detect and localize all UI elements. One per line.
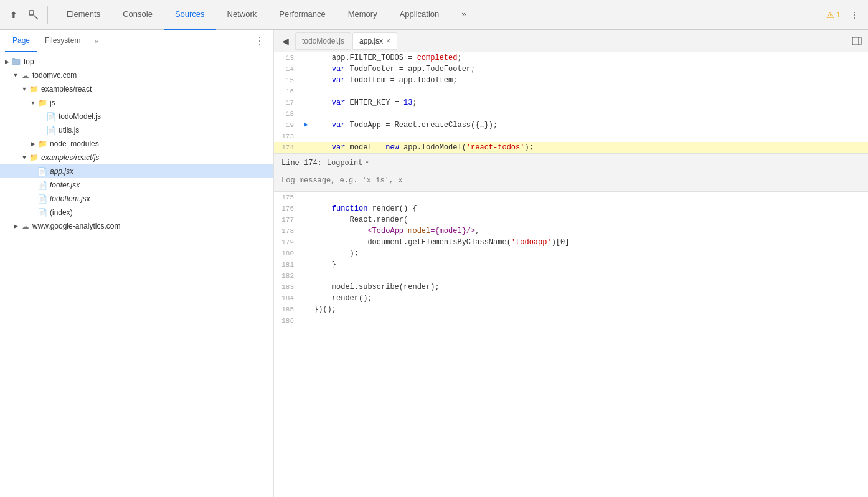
file-icon-todomodel: 📄	[46, 111, 56, 121]
tree-item-google-analytics[interactable]: ☁ www.google-analytics.com	[0, 219, 273, 233]
tab-console[interactable]: Console	[111, 0, 164, 30]
tree-arrow-todoitem-jsx	[29, 194, 37, 203]
code-lines: 13 app.FILTER_TODOS = completed; 14 var …	[274, 52, 868, 497]
code-line-173: 173	[274, 131, 868, 142]
sidebar-tab-bar: Page Filesystem » ⋮	[0, 30, 273, 52]
logpoint-input-row	[274, 173, 868, 191]
tree-label-examples-react-js: examples/react/js	[41, 153, 99, 162]
logpoint-message-input[interactable]	[281, 175, 861, 186]
logpoint-type-selector[interactable]: Logpoint ▾	[327, 158, 369, 169]
code-line-177: 177 React.render(	[274, 214, 868, 225]
tree-label-node-modules: node_modules	[50, 140, 99, 148]
tree-item-footer-jsx[interactable]: 📄 footer.jsx	[0, 178, 273, 192]
toolbar-tabs: Elements Console Sources Network Perform…	[55, 0, 826, 30]
code-tab-todomodel[interactable]: todoModel.js	[295, 32, 351, 50]
inspect-icon[interactable]	[25, 6, 42, 24]
svg-rect-2	[12, 59, 20, 65]
code-line-186: 186	[274, 315, 868, 326]
tab-elements[interactable]: Elements	[55, 0, 111, 30]
tree-arrow-node-modules	[29, 140, 37, 148]
tree-item-examples-react-js[interactable]: 📁 examples/react/js	[0, 151, 273, 164]
sidebar-toggle-button[interactable]	[848, 32, 866, 50]
tab-label-todomodel: todoModel.js	[302, 37, 344, 45]
tab-memory[interactable]: Memory	[337, 0, 389, 30]
logpoint-overlay: Line 174: Logpoint ▾	[274, 153, 868, 192]
tree-label-examples-react: examples/react	[41, 85, 92, 93]
tree-arrow-todomvc	[11, 71, 20, 80]
cloud-icon-google-analytics: ☁	[20, 221, 30, 231]
code-line-13: 13 app.FILTER_TODOS = completed;	[274, 52, 868, 64]
nav-back-button[interactable]: ◀	[276, 32, 294, 50]
tree-item-examples-react[interactable]: 📁 examples/react	[0, 82, 273, 96]
tree-arrow-footer-jsx	[29, 181, 37, 189]
code-line-15: 15 var TodoItem = app.TodoItem;	[274, 75, 868, 86]
tab-network[interactable]: Network	[216, 0, 268, 30]
tree-arrow-examples-react	[20, 85, 29, 93]
cloud-icon-todomvc: ☁	[20, 70, 30, 80]
tree-label-utils: utils.js	[59, 126, 79, 135]
code-area: ◀ todoModel.js app.jsx × 13	[274, 30, 868, 497]
sidebar-menu-button[interactable]: ⋮	[251, 34, 268, 48]
tree-label-todomodel: todoModel.js	[59, 112, 101, 121]
tab-application[interactable]: Application	[389, 0, 451, 30]
svg-rect-4	[852, 37, 861, 45]
code-tab-bar: ◀ todoModel.js app.jsx ×	[274, 30, 868, 52]
toolbar-right: ⚠ 1 ⋮	[826, 6, 863, 24]
code-line-17: 17 var ENTER_KEY = 13;	[274, 97, 868, 108]
tree-arrow-app-jsx	[29, 167, 37, 176]
warning-badge[interactable]: ⚠ 1	[826, 10, 841, 20]
tree-item-todomodel[interactable]: 📄 todoModel.js	[0, 110, 273, 123]
file-icon-footer-jsx: 📄	[37, 180, 47, 190]
cursor-icon[interactable]: ⬆	[5, 6, 22, 24]
tree-item-app-jsx[interactable]: 📄 app.jsx	[0, 164, 273, 178]
code-line-174: 174 var model = new app.TodoModel('react…	[274, 142, 868, 153]
tree-arrow-todomodel	[37, 112, 46, 121]
code-line-185: 185 })();	[274, 304, 868, 315]
tree-item-index[interactable]: 📄 (index)	[0, 206, 273, 219]
tree-item-node-modules[interactable]: 📁 node_modules	[0, 137, 273, 151]
tree-item-todoitem-jsx[interactable]: 📄 todoItem.jsx	[0, 192, 273, 206]
tree-label-footer-jsx: footer.jsx	[50, 181, 80, 189]
folder-icon-node-modules: 📁	[37, 139, 47, 149]
file-icon-app-jsx: 📄	[37, 166, 47, 176]
tree-arrow-index	[29, 208, 37, 217]
svg-rect-3	[12, 58, 15, 60]
folder-icon-examples-react-js: 📁	[29, 153, 39, 163]
tree-item-utils[interactable]: 📄 utils.js	[0, 123, 273, 137]
tab-performance[interactable]: Performance	[268, 0, 336, 30]
more-options-button[interactable]: ⋮	[846, 6, 863, 24]
code-line-19: 19 ▶ var TodoApp = React.createClass({…}…	[274, 120, 868, 131]
tab-more[interactable]: »	[450, 0, 477, 30]
code-line-179: 179 document.getElementsByClassName('tod…	[274, 237, 868, 248]
tree-label-google-analytics: www.google-analytics.com	[32, 222, 120, 230]
toolbar-divider	[47, 6, 48, 24]
tree-item-js[interactable]: 📁 js	[0, 96, 273, 110]
code-editor[interactable]: 13 app.FILTER_TODOS = completed; 14 var …	[274, 52, 868, 497]
folder-open-icon	[11, 57, 21, 67]
logpoint-type-label: Logpoint	[327, 158, 363, 169]
warning-icon: ⚠	[826, 10, 834, 20]
tree-label-top: top	[24, 57, 34, 66]
tree-label-todomvc: todomvc.com	[32, 71, 77, 80]
tab-sources[interactable]: Sources	[164, 0, 216, 30]
logpoint-line-label: Line 174:	[281, 158, 322, 169]
sidebar-tab-filesystem[interactable]: Filesystem	[37, 30, 88, 52]
tree-label-js: js	[50, 98, 55, 107]
main-layout: Page Filesystem » ⋮ top	[0, 30, 868, 497]
svg-line-1	[34, 16, 38, 19]
devtools-toolbar: ⬆ Elements Console Sources Network Perfo…	[0, 0, 868, 30]
tree-item-top[interactable]: top	[0, 55, 273, 69]
sidebar-tab-page[interactable]: Page	[5, 30, 37, 52]
tree-item-todomvc[interactable]: ☁ todomvc.com	[0, 69, 273, 82]
tab-label-app-jsx: app.jsx	[359, 37, 383, 45]
tree-label-index: (index)	[50, 208, 73, 217]
tree-arrow-top	[2, 57, 11, 66]
code-line-14: 14 var TodoFooter = app.TodoFooter;	[274, 64, 868, 75]
code-tab-app-jsx[interactable]: app.jsx ×	[352, 32, 397, 50]
code-line-183: 183 model.subscribe(render);	[274, 282, 868, 293]
sidebar-tab-more[interactable]: »	[90, 36, 101, 46]
tree-arrow-utils	[37, 126, 46, 135]
logpoint-header: Line 174: Logpoint ▾	[274, 154, 868, 173]
close-tab-icon[interactable]: ×	[386, 37, 390, 45]
code-line-18: 18	[274, 108, 868, 120]
